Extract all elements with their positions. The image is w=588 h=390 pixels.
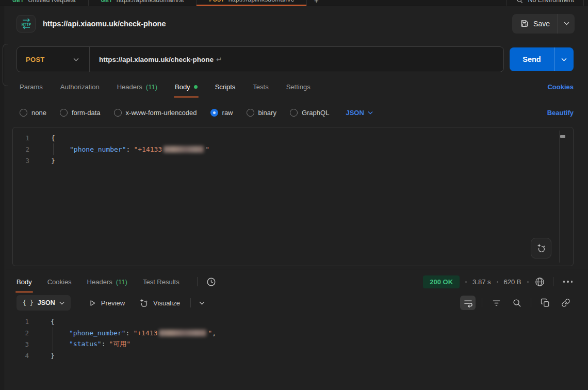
code-line: 3 "status":"可用" (12, 338, 588, 350)
radio-urlencoded[interactable]: x-www-form-urlencoded (114, 109, 197, 117)
method-selector[interactable]: POST (17, 56, 89, 63)
tab-method-badge: GET (12, 0, 24, 3)
body-modified-dot (194, 85, 198, 89)
request-title: https://api.xiaomu.uk/check-phone (43, 20, 166, 28)
word-wrap-icon (463, 298, 473, 308)
url-input[interactable]: https://api.xiaomu.uk/check-phone↵ (90, 55, 222, 63)
beautify-link[interactable]: Beautify (547, 109, 574, 117)
tab-title: https://aplinksdomain/st (117, 0, 184, 4)
word-wrap-button[interactable] (460, 296, 476, 310)
tab-method-badge: GET (101, 0, 112, 3)
collapsed-sidebar-rail[interactable] (0, 6, 5, 390)
response-stats: 200 OK 3.87 s 620 B (423, 275, 575, 288)
format-label: JSON (38, 299, 55, 306)
globe-network-icon[interactable] (534, 277, 545, 287)
visualize-button[interactable]: Visualize (138, 298, 180, 308)
request-tab-3-active[interactable]: POST https://aplinksdomain/c (197, 0, 306, 6)
dot-separator (497, 281, 498, 283)
line-number: 3 (12, 340, 37, 348)
status-badge: 200 OK (423, 275, 460, 288)
link-icon (561, 298, 570, 307)
magic-wand-icon (535, 242, 547, 254)
pane-resize-divider[interactable] (6, 266, 588, 272)
code-line: 2 "phone_number":"+14133" (13, 143, 573, 155)
toolbar-divider (190, 298, 191, 307)
cookies-link[interactable]: Cookies (547, 83, 574, 91)
response-headers-count: (11) (116, 278, 127, 286)
visualize-dropdown-button[interactable] (199, 301, 205, 305)
response-tab-cookies[interactable]: Cookies (47, 278, 72, 286)
radio-none[interactable]: none (20, 109, 46, 117)
copy-response-button[interactable] (537, 296, 553, 310)
language-label: JSON (346, 109, 364, 117)
search-icon (516, 0, 523, 4)
scrollbar-thumb[interactable] (560, 135, 565, 138)
request-tab-2[interactable]: GET https://aplinksdomain/st (89, 0, 197, 6)
request-body-editor[interactable]: 1 { 2 "phone_number":"+14133" 3 } (12, 127, 574, 266)
request-tab-1[interactable]: GET Untitled Request (0, 0, 88, 6)
http-request-icon: HTTP (17, 15, 36, 32)
toolbar-divider (531, 298, 531, 307)
line-number: 1 (12, 318, 37, 326)
radio-graphql[interactable]: GraphQL (290, 109, 329, 117)
response-body-viewer[interactable]: 1 { 2 "phone_number":"+1413", 3 "status"… (6, 316, 588, 361)
request-tabs: Params Authorization Headers(11) Body Sc… (6, 72, 588, 101)
svg-text:HTTP: HTTP (21, 22, 31, 26)
response-tab-test-results[interactable]: Test Results (143, 278, 179, 286)
radio-form-data[interactable]: form-data (60, 109, 101, 117)
code-line: 1 { (13, 132, 573, 143)
chevron-down-icon (564, 22, 569, 25)
preview-button[interactable]: Preview (88, 299, 125, 307)
json-braces-icon: { } (23, 299, 34, 306)
response-history-icon[interactable] (206, 277, 217, 287)
return-symbol: ↵ (216, 56, 222, 63)
chevron-down-icon (561, 58, 567, 61)
more-options-button[interactable] (561, 281, 575, 283)
response-tab-body-active[interactable]: Body (17, 278, 32, 286)
filter-icon (492, 298, 501, 308)
filter-button[interactable] (488, 296, 504, 310)
code-line: 1 { (12, 316, 588, 327)
response-time: 3.87 s (472, 278, 491, 286)
radio-raw-selected[interactable]: raw (210, 109, 233, 117)
tab-params[interactable]: Params (20, 83, 43, 91)
response-tab-headers[interactable]: Headers(11) (87, 278, 127, 286)
radio-circle (290, 109, 298, 117)
environment-label: No Environment (528, 0, 574, 4)
redacted-phone-number (164, 146, 204, 153)
radio-binary[interactable]: binary (247, 109, 276, 117)
save-dropdown-button[interactable] (558, 14, 575, 34)
response-meta-row: Body Cookies Headers(11) Test Results 20… (6, 272, 588, 291)
workspace-tab-strip: GET Untitled Request GET https://aplinks… (0, 0, 588, 6)
search-response-button[interactable] (509, 296, 525, 310)
tab-headers[interactable]: Headers(11) (117, 83, 157, 91)
save-button[interactable]: Save (512, 14, 575, 34)
url-value: https://api.xiaomu.uk/check-phone (99, 56, 214, 63)
redacted-phone-number (159, 330, 206, 336)
code-line: 2 "phone_number":"+1413", (12, 327, 588, 338)
language-selector[interactable]: JSON (346, 109, 372, 117)
tab-tests[interactable]: Tests (253, 83, 268, 91)
send-button[interactable]: Send (510, 47, 574, 71)
body-type-row: none form-data x-www-form-urlencoded raw… (6, 101, 588, 124)
environment-selector[interactable]: No Environment (507, 0, 583, 6)
tab-settings[interactable]: Settings (286, 83, 311, 91)
line-number: 3 (13, 157, 38, 165)
beautify-wand-button[interactable] (531, 238, 551, 258)
tab-authorization[interactable]: Authorization (60, 83, 100, 91)
link-response-button[interactable] (558, 296, 574, 310)
dot-separator (465, 281, 467, 283)
editor-scrollbar[interactable] (559, 131, 566, 263)
dot-separator (527, 281, 529, 283)
tab-scripts[interactable]: Scripts (215, 83, 236, 91)
tab-body-active[interactable]: Body (175, 83, 198, 91)
response-format-dropdown[interactable]: { } JSON (17, 295, 71, 311)
url-bar: POST https://api.xiaomu.uk/check-phone↵ (17, 46, 504, 72)
play-preview-icon (88, 299, 97, 307)
radio-circle (247, 109, 254, 117)
radio-circle (60, 109, 68, 117)
send-label: Send (510, 47, 554, 71)
send-dropdown-button[interactable] (554, 47, 574, 71)
response-size: 620 B (504, 278, 521, 286)
new-tab-button[interactable]: + (307, 0, 326, 5)
